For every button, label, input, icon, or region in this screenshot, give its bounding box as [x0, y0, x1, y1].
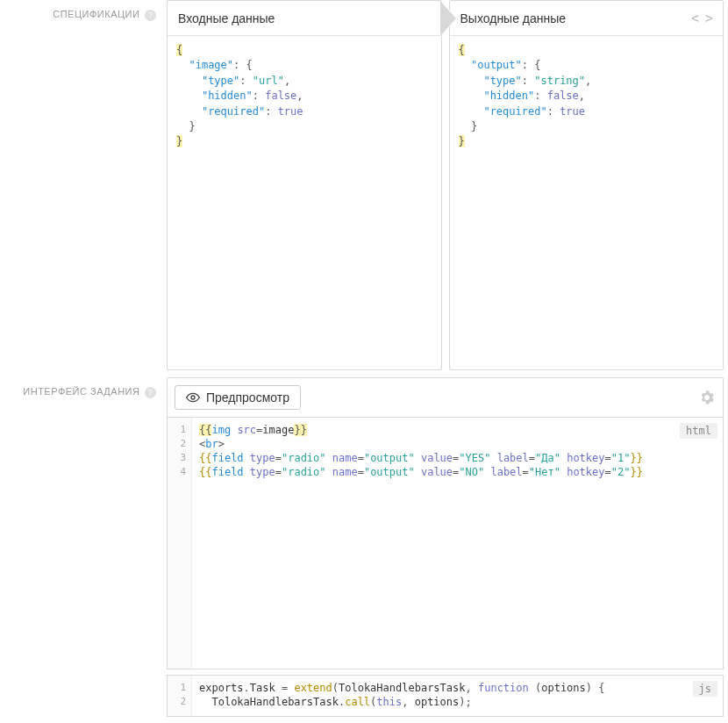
preview-button-label: Предпросмотр [206, 390, 289, 404]
eye-icon [186, 390, 200, 404]
input-spec-code[interactable]: { "image": { "type": "url", "hidden": fa… [168, 36, 441, 369]
js-gutter: 12 [168, 676, 192, 716]
arrow-icon [441, 1, 457, 36]
html-lang-tag: html [680, 423, 717, 439]
html-editor[interactable]: 1234 {{img src=image}} <br> {{field type… [167, 417, 724, 669]
output-spec-title: Выходные данные [460, 11, 567, 25]
interface-label-text: ИНТЕРФЕЙС ЗАДАНИЯ [23, 386, 139, 397]
output-spec-header: Выходные данные < > [450, 1, 724, 36]
output-spec-code[interactable]: { "output": { "type": "string", "hidden"… [450, 36, 724, 369]
js-code[interactable]: exports.Task = extend(TolokaHandlebarsTa… [192, 676, 723, 716]
spec-section: СПЕЦИФИКАЦИИ ? Входные данные { "image":… [0, 0, 728, 377]
interface-label: ИНТЕРФЕЙС ЗАДАНИЯ ? [0, 377, 167, 717]
interface-section: ИНТЕРФЕЙС ЗАДАНИЯ ? Предпросмотр 1234 {{… [0, 377, 728, 717]
preview-button[interactable]: Предпросмотр [175, 385, 301, 410]
js-editor[interactable]: 12 exports.Task = extend(TolokaHandlebar… [167, 675, 724, 717]
html-gutter: 1234 [168, 418, 192, 669]
input-spec-panel: Входные данные { "image": { "type": "url… [167, 0, 442, 370]
output-spec-panel: Выходные данные < > { "output": { "type"… [449, 0, 724, 370]
gear-icon[interactable] [698, 389, 716, 406]
code-toggle-icon[interactable]: < > [691, 11, 712, 26]
input-spec-title: Входные данные [178, 11, 275, 25]
js-lang-tag: js [693, 681, 717, 697]
interface-toolbar: Предпросмотр [167, 377, 724, 417]
html-code[interactable]: {{img src=image}} <br> {{field type="rad… [192, 418, 723, 669]
spec-label: СПЕЦИФИКАЦИИ ? [0, 0, 167, 377]
svg-point-0 [191, 396, 195, 399]
help-icon[interactable]: ? [145, 10, 156, 21]
help-icon[interactable]: ? [145, 387, 156, 398]
spec-label-text: СПЕЦИФИКАЦИИ [53, 9, 139, 19]
input-spec-header: Входные данные [168, 1, 441, 36]
